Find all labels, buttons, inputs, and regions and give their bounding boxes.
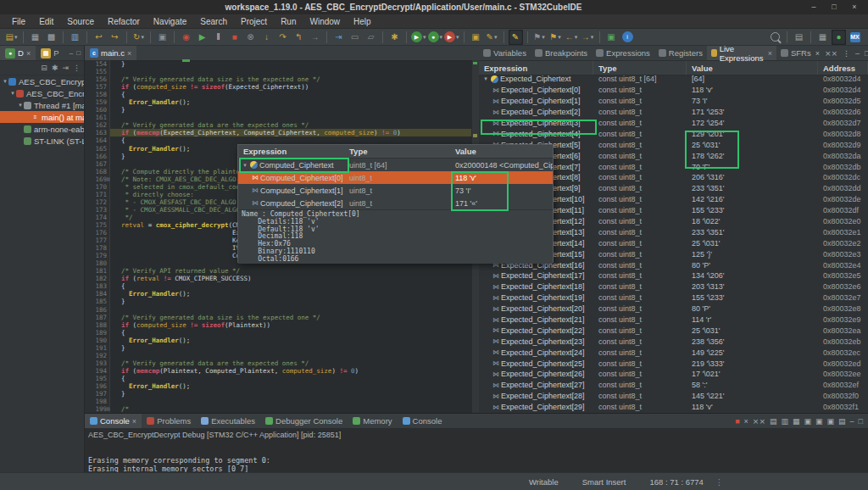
expression-row[interactable]: ⋈Expected_Ciphertext[3]const uint8_t172 …: [479, 118, 868, 129]
line-number[interactable]: 195: [85, 375, 110, 382]
close-icon[interactable]: ×: [127, 49, 131, 58]
line-number[interactable]: 179: [85, 252, 110, 259]
line-number[interactable]: 163: [85, 129, 110, 136]
code-line[interactable]: 192: [85, 352, 479, 359]
code-line[interactable]: 162 /* Verify generated data are the exp…: [85, 121, 479, 129]
debug-tree-item[interactable]: ▾AES_CBC_EncryptDecry: [0, 75, 84, 87]
mx-perspective-icon[interactable]: MX: [848, 30, 862, 45]
line-number[interactable]: 187: [85, 314, 110, 321]
code-line[interactable]: 189 {: [85, 329, 479, 337]
chevron-down-icon[interactable]: ▾: [575, 34, 578, 41]
line-number[interactable]: 175: [85, 221, 110, 229]
line-number[interactable]: 181: [85, 267, 110, 275]
menu-refactor[interactable]: Refactor: [101, 14, 147, 29]
expression-row[interactable]: ⋈Expected_Ciphertext[18]const uint8_t203…: [479, 281, 868, 292]
menu-run[interactable]: Run: [274, 14, 303, 29]
clear-console-icon[interactable]: ▤: [770, 417, 777, 426]
expression-row[interactable]: ⋈Expected_Ciphertext[1]const uint8_t73 '…: [479, 96, 868, 107]
expression-row[interactable]: ⋈Expected_Ciphertext[4]const uint8_t129 …: [479, 128, 868, 139]
maximize-view-icon[interactable]: □: [76, 49, 81, 57]
step-over-icon[interactable]: ↷: [275, 30, 290, 45]
code-line[interactable]: 196 Error_Handler();: [85, 382, 479, 390]
expression-row[interactable]: ⋈Expected_Ciphertext[26]const uint8_t17 …: [479, 369, 868, 380]
chevron-down-icon[interactable]: ▾: [558, 34, 561, 41]
line-number[interactable]: 156: [85, 75, 110, 83]
menu-search[interactable]: Search: [193, 14, 234, 29]
chevron-down-icon[interactable]: ▾: [482, 75, 489, 82]
tab-console[interactable]: Console: [398, 414, 448, 428]
suspend-icon[interactable]: ‖: [211, 30, 225, 45]
expression-row[interactable]: ▾Expected_Ciphertextconst uint8_t [64][6…: [479, 74, 868, 85]
resume-icon[interactable]: ▶: [195, 30, 209, 45]
code-line[interactable]: 191 }: [85, 344, 479, 352]
line-number[interactable]: 158: [85, 91, 110, 98]
line-number[interactable]: 154: [85, 60, 110, 68]
line-number[interactable]: 186: [85, 306, 110, 314]
chevron-down-icon[interactable]: ▾: [591, 34, 594, 41]
remove-expression-icon[interactable]: ×: [815, 49, 820, 58]
code-line[interactable]: 193 /* Verify generated data are the exp…: [85, 359, 479, 367]
line-number[interactable]: 165: [85, 145, 110, 153]
debug-tree-item[interactable]: arm-none-eabi-gdb (: [0, 123, 84, 135]
debug-icon[interactable]: ●▾: [428, 30, 443, 45]
expression-row[interactable]: ⋈Expected_Ciphertext[28]const uint8_t145…: [479, 391, 868, 402]
line-number[interactable]: 183: [85, 282, 110, 290]
column-address[interactable]: Address: [818, 61, 868, 75]
tab-expressions[interactable]: Expressions: [592, 46, 654, 60]
debug-tree-item[interactable]: ▾Thread #1 [main]: [0, 99, 84, 111]
annotation-icon[interactable]: ⚑▾: [548, 30, 563, 45]
popup-expression-row[interactable]: ⋈Computed_Ciphertext[0]uint8_t118 'v': [238, 171, 553, 184]
code-line[interactable]: 160 }: [85, 106, 479, 114]
line-number[interactable]: 160: [85, 106, 110, 114]
expression-row[interactable]: ⋈Expected_Ciphertext[23]const uint8_t238…: [479, 336, 868, 347]
line-number[interactable]: 167: [85, 160, 110, 168]
maximize-window-icon[interactable]: □: [827, 3, 841, 12]
tab-breakpoints[interactable]: Breakpoints: [531, 46, 592, 60]
line-number[interactable]: 166: [85, 153, 110, 160]
line-number[interactable]: 199: [85, 405, 110, 413]
line-number[interactable]: 168: [85, 168, 110, 175]
forward-icon[interactable]: →▾: [581, 30, 595, 45]
word-wrap-icon[interactable]: ▦: [793, 417, 800, 426]
code-line[interactable]: 190 Error_Handler();: [85, 337, 479, 344]
relaunch-icon[interactable]: ↻▾: [131, 30, 146, 45]
close-icon[interactable]: ×: [26, 49, 31, 58]
tab-project-explorer[interactable]: ▤ P: [36, 46, 64, 60]
line-number[interactable]: 173: [85, 206, 110, 214]
terminate-icon[interactable]: ■: [735, 417, 739, 426]
scroll-lock-icon[interactable]: ▥: [781, 417, 788, 426]
tab-sfrs[interactable]: SFRs: [776, 46, 815, 60]
back-icon[interactable]: ←▾: [565, 30, 579, 45]
info-icon[interactable]: i: [620, 30, 635, 45]
expression-row[interactable]: ⋈Expected_Ciphertext[25]const uint8_t219…: [479, 358, 868, 369]
search-icon[interactable]: [768, 30, 782, 45]
tab-problems[interactable]: Problems: [142, 414, 196, 428]
popup-expression-row[interactable]: ⋈Computed_Ciphertext[1]uint8_t73 'I': [238, 184, 553, 197]
highlighter-icon[interactable]: ✎: [509, 30, 523, 45]
memory-view-icon[interactable]: ▭: [348, 30, 362, 45]
code-line[interactable]: 188 if (computed_size != sizeof(Plaintex…: [85, 321, 479, 329]
remove-all-expressions-icon[interactable]: ⨯⨯: [825, 49, 837, 58]
save-all-icon[interactable]: ▩: [44, 30, 58, 45]
chevron-down-icon[interactable]: ▾: [9, 90, 16, 97]
minimize-window-icon[interactable]: –: [807, 3, 821, 12]
restart-icon[interactable]: ◉: [179, 30, 193, 45]
line-number[interactable]: 184: [85, 290, 110, 298]
tab-live-expressions[interactable]: Live Expressions×: [707, 46, 776, 60]
collapse-all-icon[interactable]: ⊟: [41, 64, 47, 72]
chevron-down-icon[interactable]: ▾: [17, 102, 24, 109]
step-return-icon[interactable]: ↰: [292, 30, 306, 45]
line-number[interactable]: 176: [85, 229, 110, 237]
line-number[interactable]: 198: [85, 398, 110, 405]
code-line[interactable]: 159 Error_Handler();: [85, 98, 479, 106]
code-line[interactable]: 194 if (memcmp(Plaintext, Computed_Plain…: [85, 367, 479, 375]
open-folder-icon[interactable]: ▣: [604, 30, 619, 45]
code-line[interactable]: 197 }: [85, 390, 479, 398]
device-config-icon[interactable]: ▣: [469, 30, 483, 45]
new-console-icon[interactable]: ▤: [838, 417, 846, 426]
line-number[interactable]: 155: [85, 68, 110, 75]
menu-help[interactable]: Help: [347, 14, 378, 29]
chevron-down-icon[interactable]: ▾: [440, 34, 443, 41]
line-number[interactable]: 191: [85, 344, 110, 352]
code-line[interactable]: 184 Error_Handler();: [85, 290, 479, 298]
